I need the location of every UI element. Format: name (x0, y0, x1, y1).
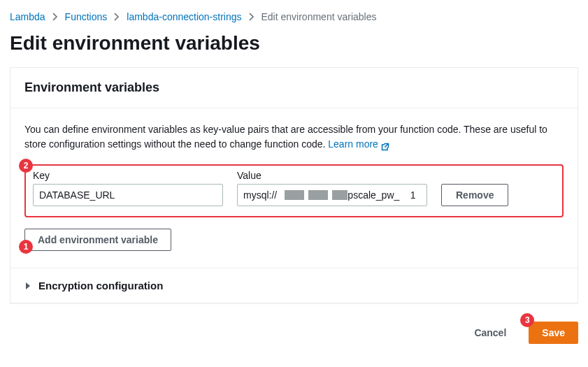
key-label: Key (33, 170, 223, 181)
key-column: Key (33, 170, 223, 206)
save-button-wrap: 3 Save (529, 322, 578, 344)
caret-right-icon (24, 282, 31, 289)
panel-header: Environment variables (10, 68, 578, 108)
save-button[interactable]: Save (529, 322, 578, 344)
remove-button[interactable]: Remove (441, 184, 508, 206)
panel-body: You can define environment variables as … (10, 108, 578, 268)
breadcrumb-functions[interactable]: Functions (65, 11, 108, 22)
redaction-block (285, 190, 304, 200)
chevron-right-icon (52, 13, 58, 21)
key-input[interactable] (33, 184, 223, 206)
encryption-config-toggle[interactable]: Encryption configuration (10, 268, 578, 303)
env-var-row: Key Value Remove (33, 170, 555, 206)
chevron-right-icon (249, 13, 254, 21)
cancel-button[interactable]: Cancel (461, 322, 519, 344)
page-title: Edit environment variables (10, 32, 578, 67)
callout-badge-2: 2 (19, 159, 33, 173)
value-input-wrap (237, 184, 427, 206)
learn-more-label: Learn more (328, 137, 378, 152)
value-label: Value (237, 170, 427, 181)
helptext-text: You can define environment variables as … (24, 124, 547, 150)
callout-badge-1: 1 (19, 240, 33, 254)
breadcrumb-function-name[interactable]: lambda-connection-strings (127, 11, 241, 22)
remove-column: Remove (441, 184, 508, 206)
learn-more-link[interactable]: Learn more (328, 137, 389, 152)
value-column: Value (237, 170, 427, 206)
encryption-config-label: Encryption configuration (38, 280, 163, 292)
env-var-row-highlight: 2 Key Value Remove (24, 164, 564, 217)
redaction-block (308, 190, 328, 200)
breadcrumb: Lambda Functions lambda-connection-strin… (10, 8, 578, 32)
chevron-right-icon (114, 13, 120, 21)
breadcrumb-current: Edit environment variables (261, 11, 377, 22)
helptext: You can define environment variables as … (24, 122, 564, 152)
add-env-var-button[interactable]: Add environment variable (24, 229, 171, 251)
footer-actions: Cancel 3 Save (10, 303, 578, 344)
external-link-icon (381, 141, 389, 149)
env-vars-panel: Environment variables You can define env… (10, 67, 578, 303)
breadcrumb-lambda[interactable]: Lambda (10, 11, 45, 22)
redaction-block (332, 190, 347, 200)
add-row: 1 Add environment variable (24, 229, 564, 251)
